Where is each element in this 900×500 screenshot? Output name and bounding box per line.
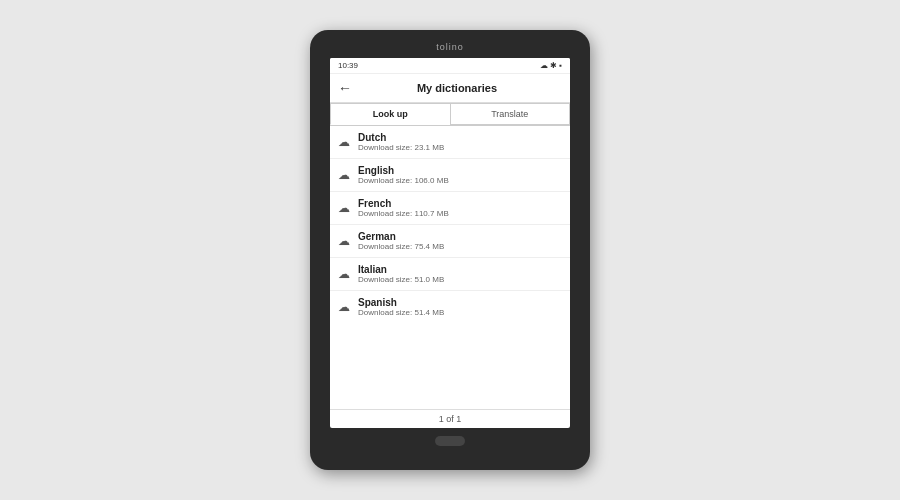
dict-info-french: French Download size: 110.7 MB [358, 198, 449, 218]
dict-size-spanish: Download size: 51.4 MB [358, 308, 444, 317]
dict-size-german: Download size: 75.4 MB [358, 242, 444, 251]
cloud-icon: ☁ [338, 168, 350, 182]
dict-size-english: Download size: 106.0 MB [358, 176, 449, 185]
cloud-icon: ☁ [338, 267, 350, 281]
dict-item-english[interactable]: ☁ English Download size: 106.0 MB [330, 159, 570, 192]
page-title: My dictionaries [352, 82, 562, 94]
dict-info-dutch: Dutch Download size: 23.1 MB [358, 132, 444, 152]
device-screen: 10:39 ☁ ✱ ▪ ← My dictionaries Look up Tr… [330, 58, 570, 428]
back-button[interactable]: ← [338, 80, 352, 96]
status-bar: 10:39 ☁ ✱ ▪ [330, 58, 570, 74]
cloud-icon: ☁ [338, 300, 350, 314]
dict-size-dutch: Download size: 23.1 MB [358, 143, 444, 152]
cloud-icon: ☁ [338, 234, 350, 248]
device-top-bar: tolino [320, 42, 580, 52]
brand-label: tolino [436, 42, 464, 52]
dict-size-french: Download size: 110.7 MB [358, 209, 449, 218]
dict-info-italian: Italian Download size: 51.0 MB [358, 264, 444, 284]
ereader-device: tolino 10:39 ☁ ✱ ▪ ← My dictionaries Loo… [310, 30, 590, 470]
dict-name-english: English [358, 165, 449, 176]
dict-info-spanish: Spanish Download size: 51.4 MB [358, 297, 444, 317]
dict-name-french: French [358, 198, 449, 209]
tab-bar: Look up Translate [330, 103, 570, 126]
home-button[interactable] [435, 436, 465, 446]
cloud-icon: ☁ [338, 135, 350, 149]
status-time: 10:39 [338, 61, 358, 70]
dict-item-spanish[interactable]: ☁ Spanish Download size: 51.4 MB [330, 291, 570, 323]
dict-size-italian: Download size: 51.0 MB [358, 275, 444, 284]
dict-item-italian[interactable]: ☁ Italian Download size: 51.0 MB [330, 258, 570, 291]
dict-name-dutch: Dutch [358, 132, 444, 143]
tab-translate[interactable]: Translate [450, 103, 571, 125]
dict-info-german: German Download size: 75.4 MB [358, 231, 444, 251]
pagination-text: 1 of 1 [439, 414, 462, 424]
status-icons: ☁ ✱ ▪ [540, 61, 562, 70]
dict-item-dutch[interactable]: ☁ Dutch Download size: 23.1 MB [330, 126, 570, 159]
dict-name-spanish: Spanish [358, 297, 444, 308]
dict-name-german: German [358, 231, 444, 242]
dict-info-english: English Download size: 106.0 MB [358, 165, 449, 185]
screen-header: ← My dictionaries [330, 74, 570, 103]
dict-item-french[interactable]: ☁ French Download size: 110.7 MB [330, 192, 570, 225]
pagination-footer: 1 of 1 [330, 409, 570, 428]
dict-name-italian: Italian [358, 264, 444, 275]
dictionary-list: ☁ Dutch Download size: 23.1 MB ☁ English… [330, 126, 570, 409]
cloud-icon: ☁ [338, 201, 350, 215]
dict-item-german[interactable]: ☁ German Download size: 75.4 MB [330, 225, 570, 258]
tab-lookup[interactable]: Look up [330, 103, 450, 125]
